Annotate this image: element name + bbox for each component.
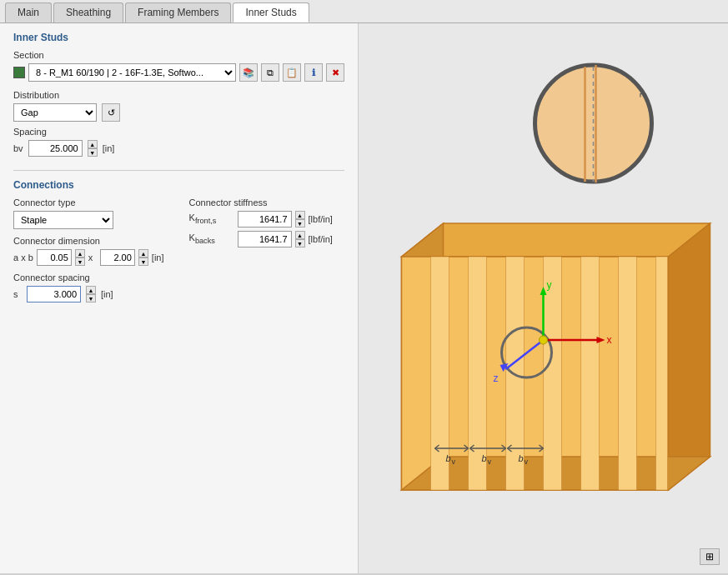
- kfront-down-btn[interactable]: ▼: [295, 219, 305, 228]
- x-label: x: [88, 252, 97, 262]
- connector-type-row: Staple Nail Screw Bolt: [13, 211, 164, 229]
- tab-sheathing[interactable]: Sheathing: [53, 2, 123, 22]
- delete-icon: ✖: [332, 68, 339, 78]
- tab-bar: Main Sheathing Framing Members Inner Stu…: [0, 0, 728, 23]
- reset-icon: ↺: [108, 108, 115, 118]
- divider: [13, 170, 344, 171]
- spacing-up-btn[interactable]: ▲: [88, 140, 98, 148]
- stud-6: [619, 257, 637, 490]
- kbacks-label: Kbacks: [189, 232, 234, 245]
- distribution-row: Gap Uniform Custom ↺: [13, 103, 344, 122]
- spacing-spinners: ▲ ▼: [88, 140, 98, 157]
- conn-spacing-down-btn[interactable]: ▼: [86, 294, 96, 302]
- stud-7: [656, 257, 668, 490]
- dim-b-input[interactable]: [100, 249, 135, 266]
- tab-framing-members[interactable]: Framing Members: [125, 2, 231, 22]
- spacing-label: Spacing: [13, 127, 344, 137]
- spacing-input[interactable]: [28, 140, 83, 157]
- z-label: z: [494, 372, 499, 384]
- stud-5: [581, 257, 600, 490]
- dim-a-down-btn[interactable]: ▼: [75, 258, 85, 266]
- connector-left-col: Connector type Staple Nail Screw Bolt Co…: [13, 198, 164, 308]
- x-label: x: [607, 334, 612, 346]
- visualization: ⌐: [359, 23, 728, 573]
- kbacks-unit: [lbf/in]: [309, 234, 333, 244]
- right-panel: ⌐: [359, 23, 728, 573]
- library-button[interactable]: 📚: [239, 63, 258, 82]
- info-button[interactable]: ℹ: [304, 63, 323, 82]
- section-row: 8 - R_M1 60/190 | 2 - 16F-1.3E, Softwo..…: [13, 63, 344, 82]
- copy-icon: ⧉: [267, 68, 274, 78]
- kfront-up-btn[interactable]: ▲: [295, 211, 305, 219]
- axb-label: a x b: [13, 252, 33, 262]
- corner-symbol: ⌐: [640, 87, 647, 101]
- left-panel: Inner Studs Section 8 - R_M1 60/190 | 2 …: [0, 23, 359, 573]
- paste-icon: 📋: [286, 68, 298, 78]
- bv-label-2: b: [482, 453, 487, 463]
- section-color-box: [13, 67, 25, 78]
- main-content: Inner Studs Section 8 - R_M1 60/190 | 2 …: [0, 23, 728, 573]
- conn-spacing-unit: [in]: [101, 289, 113, 299]
- connector-spacing-input[interactable]: [27, 286, 81, 302]
- inner-studs-title: Inner Studs: [13, 32, 344, 43]
- connections-main-row: Connector type Staple Nail Screw Bolt Co…: [13, 198, 344, 308]
- kbacks-input[interactable]: [238, 231, 292, 248]
- kfront-input[interactable]: [238, 211, 292, 228]
- connections-title: Connections: [13, 179, 344, 191]
- paste-button[interactable]: 📋: [283, 63, 301, 82]
- connector-type-label: Connector type: [13, 198, 164, 208]
- bv-sub-1: v: [452, 458, 456, 466]
- kbacks-up-btn[interactable]: ▲: [295, 231, 305, 239]
- section-select[interactable]: 8 - R_M1 60/190 | 2 - 16F-1.3E, Softwo..…: [28, 63, 236, 82]
- y-label: y: [547, 279, 552, 291]
- conn-spacing-up-btn[interactable]: ▲: [86, 286, 96, 294]
- spacing-down-btn[interactable]: ▼: [88, 148, 98, 157]
- dim-b-up-btn[interactable]: ▲: [138, 249, 148, 258]
- origin-dot: [540, 336, 548, 344]
- copy-button[interactable]: ⧉: [261, 63, 279, 82]
- connections-section: Connections Connector type Staple Nail S…: [13, 179, 344, 308]
- kfront-label: Kfront,s: [189, 212, 234, 225]
- distribution-select[interactable]: Gap Uniform Custom: [13, 103, 97, 122]
- bv-sub-2: v: [488, 458, 492, 466]
- info-icon: ℹ: [312, 68, 315, 78]
- viz-svg: ⌐: [359, 23, 728, 573]
- reset-distribution-button[interactable]: ↺: [102, 103, 120, 122]
- connector-spacing-label: Connector spacing: [13, 272, 164, 282]
- spacing-unit: [in]: [103, 143, 115, 153]
- spacing-row: bv ▲ ▼ [in]: [13, 140, 344, 157]
- kfront-unit: [lbf/in]: [309, 214, 333, 224]
- delete-button[interactable]: ✖: [326, 63, 344, 82]
- tab-inner-studs[interactable]: Inner Studs: [233, 2, 309, 22]
- connector-right-col: Connector stiffness Kfront,s ▲ ▼ [lbf/in…: [189, 198, 333, 308]
- dim-b-down-btn[interactable]: ▼: [138, 258, 148, 266]
- dim-a-input[interactable]: [37, 249, 72, 266]
- connector-type-select[interactable]: Staple Nail Screw Bolt: [13, 211, 113, 229]
- dim-unit: [in]: [152, 252, 164, 262]
- wall-top-face: [402, 223, 710, 257]
- distribution-label: Distribution: [13, 90, 344, 100]
- section-label: Section: [13, 50, 344, 60]
- bv-sub-3: v: [525, 458, 529, 466]
- bv-label-1: b: [446, 453, 451, 463]
- connector-spacing-row: s ▲ ▼ [in]: [13, 286, 164, 302]
- dim-a-up-btn[interactable]: ▲: [75, 249, 85, 258]
- connector-stiffness-label: Connector stiffness: [189, 198, 333, 208]
- bv-label: bv: [13, 143, 23, 153]
- library-icon: 📚: [243, 68, 254, 78]
- expand-icon: ⊞: [705, 551, 714, 562]
- connector-dimension-row: a x b ▲ ▼ x ▲ ▼ [in]: [13, 249, 164, 266]
- bv-label-3: b: [519, 453, 524, 463]
- kbacks-down-btn[interactable]: ▼: [295, 239, 305, 248]
- connector-dimension-label: Connector dimension: [13, 236, 164, 246]
- stud-4: [544, 257, 562, 490]
- s-label: s: [13, 289, 22, 299]
- kfront-row: Kfront,s ▲ ▼ [lbf/in]: [189, 211, 333, 228]
- wall-right-face: [669, 223, 710, 490]
- kbacks-row: Kbacks ▲ ▼ [lbf/in]: [189, 231, 333, 248]
- expand-button[interactable]: ⊞: [700, 548, 720, 565]
- tab-main[interactable]: Main: [5, 2, 52, 22]
